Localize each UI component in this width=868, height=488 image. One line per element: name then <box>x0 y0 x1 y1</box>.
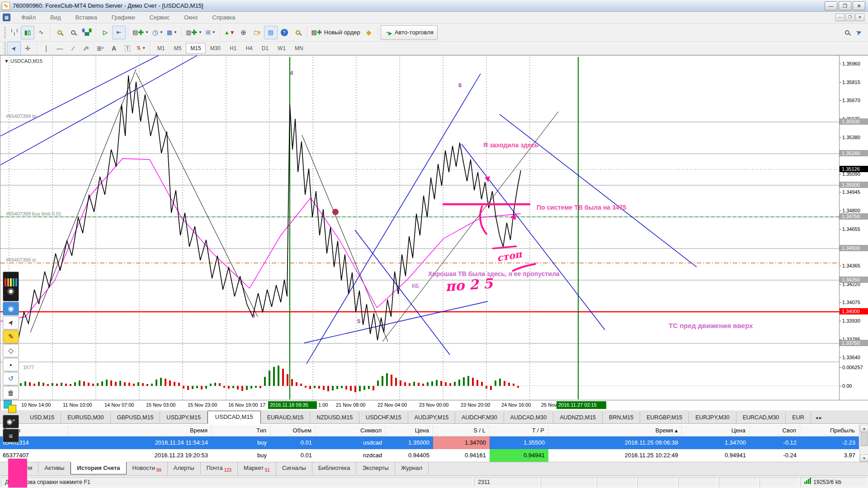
chart-tab-eurjpy-m30[interactable]: EURJPY,M30 <box>689 412 736 423</box>
terminal-tab-история-счета[interactable]: История Счета <box>71 462 126 474</box>
timeframe-d1[interactable]: D1 <box>257 43 273 54</box>
mdi-minimize-button[interactable]: — <box>835 14 844 21</box>
styles-button[interactable]: ▲▼ <box>222 26 237 39</box>
favorites-folder-icon[interactable]: 🗀★ <box>250 26 264 39</box>
menu-справка[interactable]: Справка <box>205 12 242 23</box>
crosshair-mode-button[interactable]: ⊕ <box>237 26 250 39</box>
terminal-tab-библиотека[interactable]: Библиотека <box>312 462 357 474</box>
chart-tab-usdjpy-m15[interactable]: USDJPY,M15 <box>160 412 208 423</box>
column-header-9[interactable]: Цена <box>682 425 750 436</box>
history-row-65401314[interactable]: 654013142016.11.24 11:54:14buy0.01usdcad… <box>0 436 859 449</box>
new-chart-button[interactable]: ▤✚▼ <box>131 26 151 39</box>
mdi-restore-button[interactable]: ❐ <box>845 14 854 21</box>
profiles-button[interactable]: ◷▼ <box>151 26 165 39</box>
templates-button[interactable]: ▩▼ <box>165 26 179 39</box>
history-row-65377407[interactable]: 653774072016.11.23 19:20:53buy0.01nzdcad… <box>0 449 859 462</box>
timeframe-mn[interactable]: MN <box>290 43 308 54</box>
terminal-tab-журнал[interactable]: Журнал <box>395 462 429 474</box>
chart-tab-audcad-m30[interactable]: AUDCAD,M30 <box>504 412 554 423</box>
column-header-7[interactable]: T / P <box>490 425 548 436</box>
timeframe-w1[interactable]: W1 <box>273 43 290 54</box>
arrows-tool-button[interactable]: ⇅▼ <box>134 42 148 55</box>
menu-вставка[interactable]: Вставка <box>68 12 104 23</box>
menu-окно[interactable]: Окно <box>177 12 205 23</box>
column-header-6[interactable]: S / L <box>433 425 490 436</box>
price-axis[interactable]: 1.359601.358151.356701.355251.353801.350… <box>839 56 868 400</box>
palette-icon[interactable] <box>3 272 19 301</box>
chart-tab-audchf-m30[interactable]: AUDCHF,M30 <box>455 412 504 423</box>
chart-tab-usdchf-m15[interactable]: USDCHF,M15 <box>359 412 408 423</box>
fibonacci-tool-button[interactable]: ≣F <box>94 42 107 55</box>
zoom-out-button[interactable] <box>66 26 80 39</box>
column-header-2[interactable]: Тип <box>212 425 270 436</box>
chart-tab-usd-m15[interactable]: USD,M15 <box>24 412 61 423</box>
restore-button[interactable]: ❐ <box>839 1 851 10</box>
horizontal-line-tool-button[interactable]: — <box>53 42 66 55</box>
terminal-tab-новости[interactable]: Новости 99 <box>127 462 168 475</box>
cursor-tool-button[interactable]: ➤ <box>7 42 21 55</box>
timeframe-m15[interactable]: M15 <box>186 43 205 54</box>
chart-plot-area[interactable]: Я заходила здесьПо системе ТВ была на 34… <box>0 56 839 400</box>
timeframe-h1[interactable]: H1 <box>225 43 241 54</box>
timeframe-m5[interactable]: M5 <box>170 43 186 54</box>
text-tool-button[interactable]: A <box>107 42 121 55</box>
periods-button[interactable]: ⊞▼ <box>204 26 217 39</box>
toolbar-grip2[interactable] <box>4 42 6 54</box>
column-header-4[interactable]: Символ <box>316 425 386 436</box>
title-bar[interactable]: ∿ 760090960: ForexClub-MT4 Demo Server -… <box>0 0 868 12</box>
minimize-button[interactable]: — <box>825 1 837 10</box>
list-icon[interactable]: ≡ <box>3 429 19 442</box>
chart-tab-eurgbp-m15[interactable]: EURGBP,M15 <box>640 412 689 423</box>
scroll-up-icon[interactable]: ▲ <box>860 425 868 432</box>
toolbar-grip[interactable] <box>4 27 6 38</box>
eraser-icon[interactable]: ◆ <box>362 26 376 39</box>
chart-tab-eurusd-m30[interactable]: EURUSD,M30 <box>61 412 111 423</box>
candlestick-chart-button[interactable]: ▮▯ <box>21 26 34 39</box>
trendline-tool-button[interactable]: ∕ <box>66 42 80 55</box>
chart-tab-euraud-m15[interactable]: EURAUD,M15 <box>261 412 311 423</box>
vertical-line-tool-button[interactable]: | <box>39 42 53 55</box>
camera-icon[interactable]: ◉° <box>3 415 19 428</box>
bar-chart-button[interactable]: ╵╷╵ <box>7 26 21 39</box>
pointer-icon[interactable]: ➤ <box>3 316 19 329</box>
chart-tab-nzdusd-m15[interactable]: NZDUSD,M15 <box>310 412 359 423</box>
menu-сервис[interactable]: Сервис <box>142 12 177 23</box>
chart-tab-brn-m15[interactable]: BRN,M15 <box>603 412 640 423</box>
timeframe-m30[interactable]: M30 <box>206 43 225 54</box>
terminal-tab-сигналы[interactable]: Сигналы <box>276 462 312 474</box>
strategy-tester-button[interactable] <box>291 26 305 39</box>
terminal-scrollbar[interactable]: ▲ ▼ <box>859 425 868 462</box>
trash-icon[interactable]: 🗑 <box>3 386 19 399</box>
help-button[interactable]: ? <box>278 26 291 39</box>
terminal-tab-активы[interactable]: Активы <box>38 462 71 474</box>
close-button[interactable]: ✕ <box>853 1 865 10</box>
column-header-3[interactable]: Объем <box>270 425 316 436</box>
column-header-11[interactable]: Прибыль <box>800 425 859 436</box>
highlighter-icon[interactable]: ✎ <box>3 330 19 343</box>
chart-tab-gbpusd-m15[interactable]: GBPUSD,M15 <box>111 412 160 423</box>
timeframe-m1[interactable]: M1 <box>153 43 170 54</box>
dot-tool-icon[interactable]: • <box>3 358 19 371</box>
line-chart-button[interactable]: ∿ <box>34 26 48 39</box>
column-header-8[interactable]: Время ▴ <box>548 425 682 436</box>
scroll-down-icon[interactable]: ▼ <box>860 455 868 462</box>
menu-графики[interactable]: Графики <box>104 12 142 23</box>
color-swatches[interactable] <box>3 400 19 414</box>
scrollbar-thumb[interactable] <box>861 432 868 446</box>
zoom-in-button[interactable] <box>53 26 66 39</box>
chart-tab-audjpy-m15[interactable]: AUDJPY,M15 <box>408 412 456 423</box>
tile-windows-button[interactable]: ▚▞ <box>80 26 94 39</box>
new-order-button[interactable]: ▤✚ Новый ордер <box>310 26 362 39</box>
terminal-tab-маркет[interactable]: Маркет 51 <box>238 462 276 475</box>
time-axis[interactable]: 1610 Nov 14:0011 Nov 10:0014 Nov 07:0015… <box>0 400 868 410</box>
community-icon[interactable]: ➤ <box>854 27 863 37</box>
chart-tab-eurcad-m30[interactable]: EURCAD,M30 <box>736 412 786 423</box>
chart-tab-audnzd-m15[interactable]: AUDNZD,M15 <box>553 412 603 423</box>
terminal-header-row[interactable]: ОрдерВремяТипОбъемСимволЦенаS / LT / PВр… <box>0 425 859 436</box>
auto-scroll-button[interactable]: ▷ <box>99 26 112 39</box>
autotrade-button[interactable]: ◔▶ Авто-торговля <box>381 25 438 40</box>
text-label-tool-button[interactable]: T <box>121 42 134 55</box>
column-header-10[interactable]: Своп <box>750 425 800 436</box>
equidistant-channel-tool-button[interactable]: ∕∕E <box>80 42 94 55</box>
undo-icon[interactable]: ↺ <box>3 372 19 385</box>
